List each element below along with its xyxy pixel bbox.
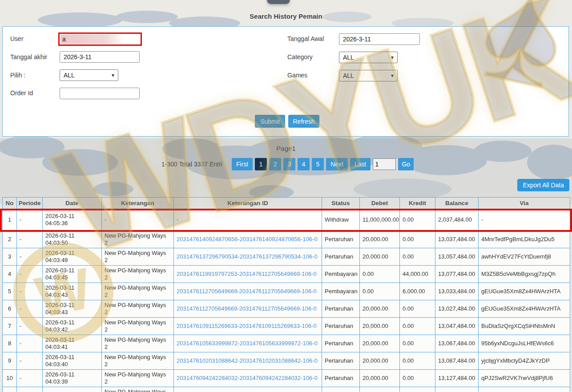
page-button-4[interactable]: 4 [298,158,310,170]
next-page-button[interactable]: Next [326,158,348,170]
cell-debet: 11,000,000.00 [360,209,400,231]
cell-keterangan: New PG-Mahjong Ways 2 [102,231,174,248]
user-input[interactable] [60,34,141,44]
cell-date: 2026-03-11 [43,387,102,392]
cell-status: Withdraw [322,209,360,231]
cell-status: Pembayaran [322,266,360,283]
keterangan-id-link[interactable]: 2031476119919797253-2031476112705649669-… [177,271,317,277]
history-table: No Periode Date Keterangan Keterangan ID… [2,197,570,392]
header-balance: Balance [435,198,479,209]
cell-balance: 13,127,484.00 [435,370,479,387]
table-header-row: No Periode Date Keterangan Keterangan ID… [3,198,570,209]
goto-page-input[interactable] [373,158,396,170]
pilih-select[interactable]: ALL ▾ [60,69,118,81]
cell-date: 2026-03-1104:03:43 [43,300,102,318]
cell-debet: 0.00 [360,283,400,300]
cell-date: 2026-03-1104:03:50 [43,231,102,248]
keterangan-id-link[interactable]: 2031476137296790534-2031476137296790534-… [177,253,318,260]
export-all-data-button[interactable]: Export All Data [517,179,569,191]
cell-no: 1 [3,209,17,231]
cell-debet: 20,000.00 [360,352,400,370]
games-label: Games [287,72,307,79]
page-button-2[interactable]: 2 [269,158,281,170]
cell-balance: 13,077,484.00 [435,266,479,283]
cell-via: 4MnrTedfPgBmLDkuJg2Du5 [479,231,570,248]
cell-periode: - [17,387,43,392]
cell-no: 8 [3,335,17,352]
cell-kredit: 0.00 [400,231,435,248]
order-id-label: Order Id [10,89,33,97]
cell-periode: - [17,335,43,352]
cell-keterangan: New PG-Mahjong Ways 2 [102,370,174,387]
cell-debet: 20,000.00 [360,318,400,335]
first-page-button[interactable]: First [232,158,253,170]
table-row: 3 - 2026-03-1104:03:49 New PG-Mahjong Wa… [3,248,570,266]
cell-keterangan-id: 2031476137296790534-2031476137296790534-… [174,248,322,266]
tanggal-awal-input[interactable] [339,33,420,45]
page-button-1[interactable]: 1 [255,158,267,170]
cell-status: Pertaruhan [322,352,360,370]
cell-no: 11 [3,387,17,392]
keterangan-id-link[interactable]: 2031476102031088642-2031476102031088642-… [177,357,318,364]
page-indicator: Page1 [0,145,572,152]
category-select[interactable]: ALL ▾ [339,52,398,63]
table-row: 8 - 2026-03-1104:03:41 New PG-Mahjong Wa… [3,335,570,352]
cell-status: Pertaruhan [322,231,360,248]
cell-keterangan: New PG-Mahjong Ways 2 [102,387,174,392]
chevron-down-icon: ▾ [112,72,114,78]
submit-button[interactable]: Submit [255,115,285,128]
cell-balance: 13,033,484.00 [435,283,479,300]
header-via: Via [479,198,570,209]
cell-date: 2026-03-1104:05:36 [43,209,102,231]
logo-fragment [267,0,290,4]
header-debet: Debet [360,198,400,209]
refresh-button[interactable]: Refresh [288,115,319,128]
cell-keterangan-id: - [174,209,322,231]
go-button[interactable]: Go [398,158,414,170]
keterangan-id-link[interactable]: 2031476109115269633-2031476109115269633-… [177,323,317,329]
keterangan-id-link[interactable]: 2031476105633999872-2031476105633999872-… [177,340,318,347]
cell-keterangan: New PG-Mahjong Ways 2 [102,300,174,318]
cell-kredit: 0.00 [400,335,435,352]
header-keterangan: Keterangan [102,198,174,209]
cell-via: 2iAdKi7vauWao3zi4vf8KL [479,387,570,392]
chevron-down-icon: ▾ [391,54,394,61]
cell-kredit: 0.00 [400,209,435,231]
last-page-button[interactable]: Last [350,158,371,170]
cell-kredit: 6,000.00 [400,283,435,300]
cell-via: gEUGue35Xm8Zx4HWArzHTA [479,300,570,318]
keterangan-id-link[interactable]: 2031476112705649669-2031476112705649669-… [177,288,317,295]
cell-keterangan: New PG-Mahjong Ways 2 [102,266,174,283]
header-date: Date [43,198,102,209]
cell-status: Pembayaran [322,283,360,300]
cell-periode: - [17,318,43,335]
tanggal-awal-label: Tanggal Awal [287,35,324,42]
cell-via: awhHYdEV27FcYtDuernfj8 [479,248,570,266]
cell-periode: - [17,248,43,266]
cell-kredit: 0.00 [400,300,435,318]
table-row: 9 - 2026-03-1104:03:40 New PG-Mahjong Wa… [3,352,570,370]
cell-status: Pertaruhan [322,318,360,335]
cell-date: 2026-03-1104:03:42 [43,318,102,335]
cell-via: BuDtaSzQrgXCqSiHNtsMnN [479,318,570,335]
page-button-3[interactable]: 3 [283,158,295,170]
cell-balance: 13,037,484.00 [435,231,479,248]
games-select[interactable]: ALL ▾ [339,70,398,81]
user-input-box [58,32,142,46]
tanggal-akhir-input[interactable] [60,51,140,63]
cell-no: 4 [3,266,17,283]
keterangan-id-link[interactable]: 2031476112705649669-2031476112705649669-… [177,305,317,312]
cell-no: 6 [3,300,17,318]
keterangan-id-link[interactable]: 2031476140924870656-2031476140924870656-… [177,236,318,242]
cell-no: 2 [3,231,17,248]
page-button-5[interactable]: 5 [312,158,324,170]
cell-keterangan-id: 2031476109115269633-2031476109115269633-… [174,318,322,335]
cell-keterangan-id: 2031476140924870656-2031476140924870656-… [174,231,322,248]
table-row: 11 - 2026-03-11 New PG-Mahjong Ways 2 20… [3,387,570,392]
cell-status: Pertaruhan [322,335,360,352]
cell-via: gEUGue35Xm8Zx4HWArzHTA [479,283,570,300]
order-id-input[interactable] [60,88,140,99]
category-label: Category [287,53,313,61]
keterangan-id-link[interactable]: 2031476094242284032-2031476094242284032-… [177,375,318,381]
cell-debet: 20,000.00 [360,231,400,248]
